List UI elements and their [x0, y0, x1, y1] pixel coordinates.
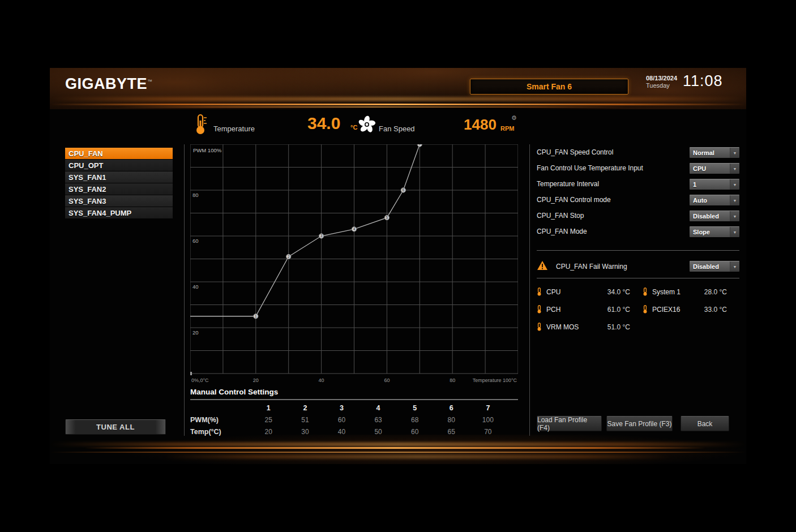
back-button[interactable]: Back	[681, 416, 729, 431]
smart-fan-6-tab[interactable]: Smart Fan 6	[470, 79, 628, 95]
svg-text:1: 1	[255, 314, 257, 318]
setting-label-control-mode: CPU_FAN Control mode	[537, 195, 611, 205]
temperature-value: 34.0	[307, 114, 340, 133]
warning-icon	[537, 260, 548, 271]
thermometer-icon	[643, 288, 648, 296]
dropdown-value: Disabled	[690, 213, 730, 220]
svg-text:40: 40	[192, 284, 199, 290]
fan-item-cpu-fan[interactable]: CPU_FAN	[65, 148, 173, 159]
page-title: Smart Fan 6	[527, 82, 572, 91]
fan-speed-value: 1480	[464, 116, 497, 134]
dropdown-fan-stop[interactable]: Disabled ▼	[690, 211, 739, 221]
header-band	[50, 68, 746, 109]
svg-text:PWM 100%: PWM 100%	[193, 147, 222, 153]
sensor-value: 51.0 °C	[607, 323, 630, 331]
gear-icon[interactable]: ⚙	[511, 114, 517, 122]
pwm-value-2: 51	[287, 416, 324, 424]
chevron-down-icon: ▼	[730, 261, 739, 272]
svg-text:60: 60	[384, 377, 390, 383]
sensor-name: PCIEX16	[652, 306, 704, 314]
sensor-system1: System 1 28.0 °C	[643, 283, 739, 301]
setting-label-temp-input: Fan Control Use Temperature Input	[537, 163, 643, 174]
fan-speed-label: Fan Speed	[379, 125, 415, 133]
chevron-down-icon: ▼	[730, 148, 739, 158]
svg-text:60: 60	[192, 238, 199, 244]
divider-right	[529, 144, 530, 436]
setting-label-fan-mode: CPU_FAN Mode	[537, 226, 587, 237]
dropdown-value: Slope	[690, 229, 730, 235]
divider-fail-warning-bottom	[537, 278, 739, 278]
thermometer-icon	[194, 114, 208, 135]
fan-icon	[357, 115, 376, 134]
pwm-value-3: 60	[323, 416, 360, 424]
pwm-value-6: 80	[433, 416, 470, 424]
svg-text:40: 40	[319, 377, 324, 383]
dropdown-fail-warning[interactable]: Disabled ▼	[690, 261, 739, 272]
load-fan-profile-button[interactable]: Load Fan Profile (F4)	[537, 416, 602, 431]
svg-text:5: 5	[386, 216, 388, 220]
temperature-label: Temperature	[213, 125, 255, 133]
svg-text:20: 20	[253, 377, 259, 383]
thermometer-icon	[537, 288, 542, 296]
save-fan-profile-button[interactable]: Save Fan Profile (F3)	[606, 416, 673, 431]
sensor-value: 34.0 °C	[607, 288, 630, 296]
fan-speed-unit: RPM	[500, 125, 514, 132]
smart-fan-window: GIGABYTE™ Smart Fan 6 08/13/2024 Tuesday…	[50, 68, 746, 464]
sensor-name: PCH	[546, 306, 607, 314]
fan-list: CPU_FAN CPU_OPT SYS_FAN1 SYS_FAN2 SYS_FA…	[65, 148, 173, 219]
fan-item-cpu-opt[interactable]: CPU_OPT	[65, 160, 173, 171]
manual-settings-table: 1 2 3 4 5 6 7 PWM(%) 25 51 60 63 68 80 1…	[190, 402, 506, 437]
sensor-name: System 1	[652, 288, 704, 296]
manual-settings-title: Manual Control Settings	[190, 388, 518, 400]
tune-all-button[interactable]: TUNE ALL	[65, 419, 166, 435]
svg-text:7: 7	[418, 144, 421, 146]
dropdown-control-mode[interactable]: Auto ▼	[690, 195, 739, 205]
thermometer-icon	[643, 305, 648, 314]
date-text: 08/13/2024	[646, 75, 677, 82]
divider-fail-warning-top	[537, 250, 739, 251]
col-header-1: 1	[250, 404, 287, 412]
temperature-unit: °C	[350, 124, 357, 131]
dropdown-fan-mode[interactable]: Slope ▼	[690, 226, 739, 237]
col-header-6: 6	[433, 404, 470, 412]
dropdown-temp-input[interactable]: CPU ▼	[690, 163, 739, 174]
sensor-value: 33.0 °C	[704, 306, 727, 314]
dropdown-value: CPU	[690, 165, 730, 172]
pwm-value-1: 25	[250, 416, 287, 424]
fan-item-sys-fan2[interactable]: SYS_FAN2	[65, 183, 173, 195]
svg-text:6: 6	[403, 188, 405, 192]
chevron-down-icon: ▼	[730, 195, 739, 205]
dropdown-value: Disabled	[690, 263, 730, 270]
footer-glow-band	[50, 435, 746, 464]
svg-text:4: 4	[353, 227, 356, 231]
fan-curve-chart[interactable]: PWM 100%8060402012345670%,0°C20406080Tem…	[190, 144, 518, 388]
setting-label-temp-interval: Temperature Interval	[537, 179, 599, 190]
svg-text:20: 20	[192, 329, 199, 336]
sensor-pch: PCH 61.0 °C	[537, 301, 643, 318]
fan-item-sys-fan1[interactable]: SYS_FAN1	[65, 171, 173, 183]
pwm-value-4: 63	[360, 416, 397, 424]
svg-text:80: 80	[192, 192, 199, 198]
dropdown-temp-interval[interactable]: 1 ▼	[690, 179, 739, 190]
thermometer-icon	[537, 323, 542, 331]
sensor-grid: CPU 34.0 °C PCH 61.0 °C VRM MOS 51.0 °C …	[537, 283, 739, 336]
time-text: 11:08	[683, 72, 723, 90]
sensor-vrm-mos: VRM MOS 51.0 °C	[537, 318, 643, 336]
col-header-7: 7	[470, 404, 507, 412]
day-text: Tuesday	[646, 82, 677, 89]
fan-item-sys-fan3[interactable]: SYS_FAN3	[65, 195, 173, 207]
svg-text:80: 80	[450, 377, 455, 383]
svg-text:0%,0°C: 0%,0°C	[191, 377, 209, 383]
dropdown-speed-control[interactable]: Normal ▼	[690, 147, 739, 158]
pwm-value-5: 68	[396, 416, 433, 424]
fail-warning-label: CPU_FAN Fail Warning	[556, 261, 627, 272]
sensor-name: CPU	[546, 288, 607, 296]
sensor-name: VRM MOS	[546, 323, 607, 331]
fan-item-sys-fan4-pump[interactable]: SYS_FAN4_PUMP	[65, 207, 173, 218]
datetime-block: 08/13/2024 Tuesday	[646, 75, 677, 89]
dropdown-value: 1	[690, 181, 730, 188]
divider-left	[184, 144, 185, 436]
svg-text:3: 3	[320, 234, 323, 238]
chevron-down-icon: ▼	[730, 211, 739, 221]
gigabyte-logo: GIGABYTE™	[65, 75, 153, 93]
